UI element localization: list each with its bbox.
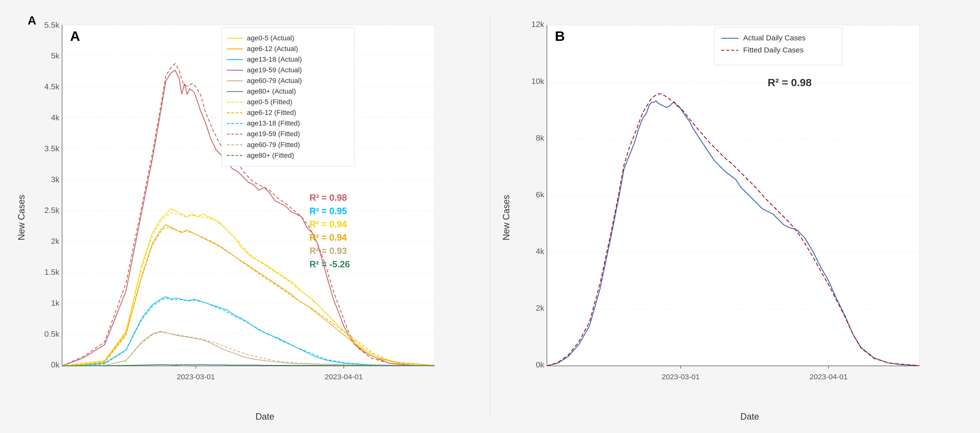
chart-a-svg: 0k 0.5k 1k 1.5k 2k 2.5k 3k 3.5k 4k 4.5k …	[30, 11, 482, 412]
svg-text:Actual Daily Cases: Actual Daily Cases	[743, 34, 806, 42]
svg-text:12k: 12k	[531, 20, 544, 29]
svg-text:age13-18 (Actual): age13-18 (Actual)	[247, 56, 302, 63]
chart-a-panel: A New Cases	[13, 11, 482, 422]
svg-text:R² = 0.95: R² = 0.95	[310, 206, 347, 216]
svg-text:age80+ (Actual): age80+ (Actual)	[247, 87, 296, 95]
svg-text:1k: 1k	[51, 298, 60, 307]
svg-text:0k: 0k	[536, 360, 544, 369]
svg-text:8k: 8k	[536, 133, 544, 142]
svg-text:age60-79 (Actual): age60-79 (Actual)	[247, 77, 302, 85]
svg-text:age60-79 (Fitted): age60-79 (Fitted)	[247, 141, 300, 148]
svg-text:0k: 0k	[51, 360, 60, 369]
svg-text:3.5k: 3.5k	[44, 144, 60, 153]
svg-text:1.5k: 1.5k	[44, 267, 60, 276]
svg-text:3k: 3k	[51, 175, 60, 184]
svg-text:5k: 5k	[51, 51, 60, 60]
svg-text:R² = -5.26: R² = -5.26	[310, 259, 350, 269]
svg-text:age0-5 (Actual): age0-5 (Actual)	[247, 34, 294, 42]
svg-text:age13-18 (Fitted): age13-18 (Fitted)	[247, 119, 300, 127]
svg-text:R² = 0.93: R² = 0.93	[310, 246, 347, 256]
svg-text:0.5k: 0.5k	[44, 329, 60, 338]
svg-text:2023-04-01: 2023-04-01	[325, 372, 363, 380]
svg-text:R² = 0.94: R² = 0.94	[310, 232, 347, 243]
chart-a-x-label: Date	[30, 411, 482, 424]
svg-text:age19-59 (Fitted): age19-59 (Fitted)	[247, 130, 300, 137]
svg-text:Fitted Daily Cases: Fitted Daily Cases	[743, 46, 803, 54]
chart-b-x-label: Date	[515, 411, 967, 424]
svg-text:age6-12 (Fitted): age6-12 (Fitted)	[247, 109, 296, 117]
charts-container: A New Cases	[8, 6, 972, 427]
svg-text:6k: 6k	[536, 190, 544, 199]
svg-text:4.5k: 4.5k	[44, 82, 60, 91]
svg-text:2023-04-01: 2023-04-01	[810, 372, 848, 380]
chart-a-label: A	[28, 14, 37, 27]
svg-text:2.5k: 2.5k	[44, 206, 60, 215]
svg-text:5.5k: 5.5k	[44, 20, 60, 29]
chart-divider	[490, 16, 490, 417]
svg-text:R² = 0.98: R² = 0.98	[310, 192, 347, 203]
svg-text:age80+ (Fitted): age80+ (Fitted)	[247, 151, 294, 159]
svg-text:4k: 4k	[51, 113, 60, 122]
svg-text:B: B	[555, 28, 565, 44]
svg-text:age0-5 (Fitted): age0-5 (Fitted)	[247, 98, 292, 106]
svg-text:4k: 4k	[536, 247, 544, 256]
chart-b-panel: New Cases	[498, 11, 967, 422]
svg-text:R² = 0.98: R² = 0.98	[768, 77, 811, 88]
svg-text:age19-59 (Actual): age19-59 (Actual)	[247, 66, 302, 74]
svg-rect-65	[547, 25, 919, 366]
svg-text:10k: 10k	[531, 77, 544, 85]
svg-text:A: A	[70, 28, 80, 44]
chart-b-y-label: New Cases	[501, 195, 512, 240]
chart-a-y-label: New Cases	[16, 195, 27, 240]
svg-text:R² = 0.94: R² = 0.94	[310, 219, 347, 229]
chart-b-svg: 0k 2k 4k 6k 8k 10k 12k 2023-03-01 2023-	[515, 11, 967, 412]
svg-text:2023-03-01: 2023-03-01	[662, 372, 700, 380]
svg-text:2023-03-01: 2023-03-01	[177, 372, 215, 380]
svg-text:age6-12 (Actual): age6-12 (Actual)	[247, 45, 298, 53]
svg-text:2k: 2k	[51, 236, 60, 246]
svg-text:2k: 2k	[536, 304, 544, 312]
